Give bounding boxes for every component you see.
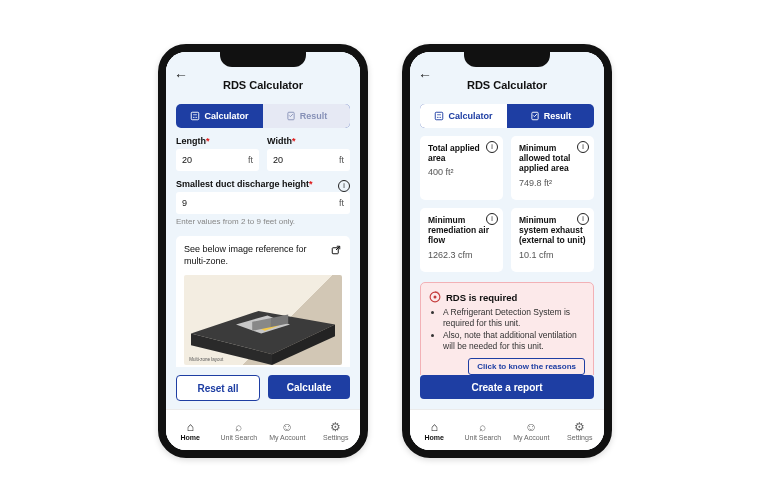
home-icon: ⌂ <box>431 421 438 433</box>
nav-label: Settings <box>567 434 592 441</box>
info-icon[interactable]: i <box>338 180 350 192</box>
card-value: 749.8 ft² <box>519 178 586 188</box>
nav-home[interactable]: ⌂ Home <box>166 410 215 450</box>
height-hint: Enter values from 2 to 9 feet only. <box>176 217 350 226</box>
reset-button[interactable]: Reset all <box>176 375 260 401</box>
tab-label: Calculator <box>448 111 492 121</box>
tab-bar: Calculator Result <box>176 104 350 128</box>
nav-settings[interactable]: ⚙ Settings <box>556 410 605 450</box>
card-label: Minimum allowed total applied area <box>519 143 586 174</box>
svg-rect-15 <box>436 112 444 120</box>
width-unit: ft <box>339 155 344 165</box>
nav-unit-search[interactable]: ⌕ Unit Search <box>215 410 264 450</box>
create-report-button[interactable]: Create a report <box>420 375 594 399</box>
card-value: 10.1 cfm <box>519 250 586 260</box>
nav-label: My Account <box>513 434 549 441</box>
tab-result[interactable]: Result <box>507 104 594 128</box>
home-icon: ⌂ <box>187 421 194 433</box>
nav-settings[interactable]: ⚙ Settings <box>312 410 361 450</box>
nav-label: Unit Search <box>464 434 501 441</box>
search-icon: ⌕ <box>235 421 242 433</box>
page-title: RDS Calculator <box>223 79 303 91</box>
card-min-exhaust: i Minimum system exhaust (external to un… <box>511 208 594 272</box>
height-label: Smallest duct discharge height* <box>176 179 313 189</box>
card-value: 1262.3 cfm <box>428 250 495 260</box>
reference-card: See below image reference for multi-zone… <box>176 236 350 367</box>
phone-result: ← RDS Calculator Calculator Result <box>402 44 612 458</box>
width-label: Width* <box>267 136 350 146</box>
svg-point-17 <box>437 117 438 118</box>
card-label: Minimum remediation air flow <box>428 215 495 246</box>
calculator-icon <box>434 111 444 121</box>
nav-label: My Account <box>269 434 305 441</box>
reasons-button[interactable]: Click to know the reasons <box>468 358 585 375</box>
nav-label: Home <box>425 434 444 441</box>
rds-warning: RDS is required A Refrigerant Detection … <box>420 282 594 375</box>
search-icon: ⌕ <box>479 421 486 433</box>
length-input[interactable]: 20 ft <box>176 149 259 171</box>
result-icon <box>286 111 296 121</box>
svg-rect-0 <box>192 112 200 120</box>
nav-my-account[interactable]: ☺ My Account <box>507 410 556 450</box>
width-input[interactable]: 20 ft <box>267 149 350 171</box>
info-icon[interactable]: i <box>577 141 589 153</box>
calculate-button[interactable]: Calculate <box>268 375 350 399</box>
card-min-remediation: i Minimum remediation air flow 1262.3 cf… <box>420 208 503 272</box>
tab-calculator[interactable]: Calculator <box>176 104 263 128</box>
nav-unit-search[interactable]: ⌕ Unit Search <box>459 410 508 450</box>
length-unit: ft <box>248 155 253 165</box>
back-icon[interactable]: ← <box>174 68 188 82</box>
svg-text:Multi-zone layout: Multi-zone layout <box>189 357 224 362</box>
nav-home[interactable]: ⌂ Home <box>410 410 459 450</box>
card-label: Minimum system exhaust (external to unit… <box>519 215 586 246</box>
svg-point-18 <box>439 117 440 118</box>
length-label: Length* <box>176 136 259 146</box>
nav-label: Home <box>181 434 200 441</box>
tab-label: Result <box>300 111 328 121</box>
calculator-icon <box>190 111 200 121</box>
phone-calculator: ← RDS Calculator Calculator Result <box>158 44 368 458</box>
warning-bullet: A Refrigerant Detection System is requir… <box>443 307 585 328</box>
reference-image: Multi-zone layout <box>184 275 342 365</box>
tab-calculator[interactable]: Calculator <box>420 104 507 128</box>
back-icon[interactable]: ← <box>418 68 432 82</box>
warning-title: RDS is required <box>446 292 517 303</box>
card-min-allowed-area: i Minimum allowed total applied area 749… <box>511 136 594 200</box>
card-label: Total applied area <box>428 143 495 163</box>
bottom-nav: ⌂ Home ⌕ Unit Search ☺ My Account ⚙ Sett… <box>410 409 604 450</box>
result-icon <box>530 111 540 121</box>
svg-point-19 <box>440 117 441 118</box>
open-external-icon[interactable] <box>330 244 342 256</box>
tab-label: Calculator <box>204 111 248 121</box>
warning-bullet: Also, note that additional ventilation w… <box>443 330 585 351</box>
height-unit: ft <box>339 198 344 208</box>
tab-result[interactable]: Result <box>263 104 350 128</box>
gear-icon: ⚙ <box>330 421 341 433</box>
svg-point-4 <box>196 117 197 118</box>
info-icon[interactable]: i <box>486 141 498 153</box>
height-input[interactable]: 9 ft <box>176 192 350 214</box>
nav-label: Unit Search <box>220 434 257 441</box>
nav-my-account[interactable]: ☺ My Account <box>263 410 312 450</box>
nav-label: Settings <box>323 434 348 441</box>
notch <box>220 52 306 67</box>
warning-icon <box>429 291 441 303</box>
card-value: 400 ft² <box>428 167 495 177</box>
reference-text: See below image reference for multi-zone… <box>184 244 314 267</box>
svg-point-2 <box>193 117 194 118</box>
account-icon: ☺ <box>525 421 537 433</box>
info-icon[interactable]: i <box>577 213 589 225</box>
notch <box>464 52 550 67</box>
gear-icon: ⚙ <box>574 421 585 433</box>
info-icon[interactable]: i <box>486 213 498 225</box>
svg-point-22 <box>434 296 437 299</box>
page-title: RDS Calculator <box>467 79 547 91</box>
account-icon: ☺ <box>281 421 293 433</box>
tab-bar: Calculator Result <box>420 104 594 128</box>
card-total-applied-area: i Total applied area 400 ft² <box>420 136 503 200</box>
tab-label: Result <box>544 111 572 121</box>
svg-point-3 <box>195 117 196 118</box>
bottom-nav: ⌂ Home ⌕ Unit Search ☺ My Account ⚙ Sett… <box>166 409 360 450</box>
